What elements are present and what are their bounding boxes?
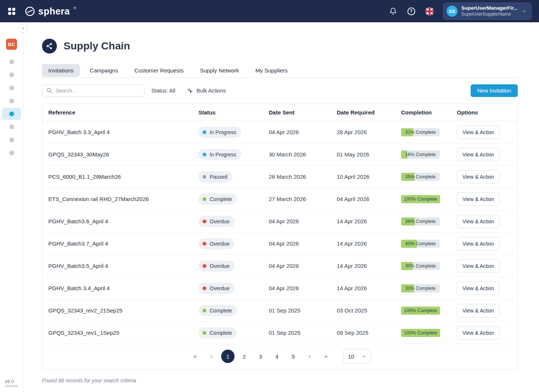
notifications-bell-icon[interactable] bbox=[388, 7, 397, 16]
status-badge: Complete bbox=[199, 327, 237, 338]
sidebar-nav-item[interactable] bbox=[2, 147, 21, 159]
completion-cell: 40% Complete bbox=[401, 240, 457, 248]
completion-progress-badge: 16% Complete bbox=[401, 150, 440, 159]
date-sent-cell: 28 March 2026 bbox=[269, 174, 337, 180]
tab-campaigns[interactable]: Campaigns bbox=[84, 64, 125, 77]
new-invitation-button[interactable]: New Invitation bbox=[471, 84, 518, 97]
view-action-button[interactable]: View & Action bbox=[457, 148, 500, 161]
page-number-button[interactable]: 3 bbox=[254, 350, 267, 363]
status-badge: In Progress bbox=[199, 127, 241, 138]
view-action-button[interactable]: View & Action bbox=[457, 170, 500, 184]
view-action-button[interactable]: View & Action bbox=[457, 215, 500, 228]
date-required-cell: 14 Apr 2026 bbox=[337, 285, 401, 291]
nav-dot-icon bbox=[9, 111, 14, 116]
help-icon[interactable]: ? bbox=[407, 7, 416, 16]
completion-progress-badge: 33% Complete bbox=[401, 284, 440, 292]
pagination: « ‹ 12345 › » 10 bbox=[42, 344, 517, 370]
view-action-button[interactable]: View & Action bbox=[457, 326, 500, 340]
sidebar-nav-item[interactable] bbox=[2, 95, 21, 107]
company-avatar[interactable]: BC bbox=[6, 39, 17, 50]
page-number-button[interactable]: 5 bbox=[287, 350, 300, 363]
status-cell: Overdue bbox=[199, 260, 269, 272]
status-dot-icon bbox=[203, 175, 206, 179]
table-row: ETS_Connexion rail RHD_27March2026 Compl… bbox=[42, 188, 517, 210]
sidebar-nav-item[interactable] bbox=[2, 108, 21, 120]
view-action-button[interactable]: View & Action bbox=[457, 282, 500, 295]
chevron-down-icon bbox=[522, 9, 527, 14]
sidebar-nav-item[interactable] bbox=[2, 82, 21, 94]
search-input[interactable] bbox=[42, 84, 145, 97]
last-page-button[interactable]: » bbox=[319, 350, 333, 363]
status-cell: Complete bbox=[199, 194, 269, 205]
table-row: PCS_6000_B1.1_28March26 Paused 28 March … bbox=[42, 166, 517, 188]
sidebar-nav-item[interactable] bbox=[2, 69, 21, 81]
status-filter[interactable]: Status: All bbox=[151, 88, 175, 94]
view-action-button[interactable]: View & Action bbox=[457, 304, 500, 317]
column-header-reference: Reference bbox=[48, 109, 199, 116]
date-required-cell: 10 April 2026 bbox=[337, 174, 401, 180]
view-action-button[interactable]: View & Action bbox=[457, 192, 500, 206]
first-page-button[interactable]: « bbox=[188, 350, 202, 363]
tab-my-suppliers[interactable]: My Suppliers bbox=[249, 64, 294, 77]
reference-cell: GPQS_32343_30May26 bbox=[48, 151, 199, 158]
nav-dot-icon bbox=[9, 124, 14, 129]
nav-dot-icon bbox=[9, 59, 14, 64]
completion-progress-badge: 40% Complete bbox=[401, 240, 440, 248]
page-number-button[interactable]: 4 bbox=[270, 350, 284, 363]
user-menu[interactable]: SS SuperUserManagerFir... SuperUserSuppl… bbox=[443, 3, 532, 20]
sidebar-nav-item[interactable] bbox=[2, 56, 21, 68]
completion-cell: 100% Complete bbox=[401, 307, 457, 315]
page-number-button[interactable]: 1 bbox=[221, 350, 235, 363]
nav-dot-icon bbox=[9, 150, 14, 155]
prev-page-button[interactable]: ‹ bbox=[205, 350, 218, 363]
completion-cell: 31% Complete bbox=[401, 128, 457, 136]
date-required-cell: 14 Apr 2026 bbox=[337, 240, 401, 247]
table-row: PGHV_Batch3.6_April 4 Overdue 04 Apr 202… bbox=[42, 210, 517, 233]
completion-cell: 36% Complete bbox=[401, 217, 457, 226]
language-flag-icon[interactable] bbox=[425, 7, 434, 16]
tab-supply-network[interactable]: Supply Network bbox=[194, 64, 245, 77]
completion-cell: 100% Complete bbox=[401, 329, 457, 337]
next-page-button[interactable]: › bbox=[303, 350, 316, 363]
status-cell: Overdue bbox=[199, 216, 269, 227]
status-label: In Progress bbox=[210, 129, 236, 135]
bulk-actions-button[interactable]: Bulk Actions bbox=[187, 88, 226, 94]
column-header-date-required: Date Required bbox=[337, 109, 401, 116]
date-sent-cell: 27 March 2026 bbox=[269, 196, 337, 202]
page-size-select[interactable]: 10 bbox=[343, 349, 371, 364]
page-title: Supply Chain bbox=[64, 40, 130, 52]
tab-customer-requests[interactable]: Customer Requests bbox=[128, 64, 190, 77]
date-required-cell: 14 Apr 2026 bbox=[337, 218, 401, 224]
tab-invitations[interactable]: Invitations bbox=[42, 64, 80, 77]
brand-trademark: ® bbox=[74, 6, 76, 10]
sidebar-expand-button[interactable]: » bbox=[19, 24, 28, 33]
view-action-button[interactable]: View & Action bbox=[457, 259, 500, 273]
status-label: Paused bbox=[210, 174, 227, 180]
sidebar-nav-item[interactable] bbox=[2, 134, 21, 146]
page-number-button[interactable]: 2 bbox=[238, 350, 251, 363]
sidebar-nav-item[interactable] bbox=[2, 121, 21, 133]
column-header-date-sent: Date Sent bbox=[269, 109, 337, 116]
status-label: Complete bbox=[210, 196, 232, 202]
user-avatar: SS bbox=[446, 6, 458, 17]
status-dot-icon bbox=[203, 286, 206, 290]
status-badge: Complete bbox=[199, 194, 237, 205]
table-row: PGHV_Batch 3.4_April 4 Overdue 04 Apr 20… bbox=[42, 277, 517, 299]
reference-cell: PGHV_Batch3.5_April 4 bbox=[48, 263, 199, 269]
column-header-status: Status bbox=[199, 109, 269, 116]
status-dot-icon bbox=[203, 242, 206, 246]
topbar: sphera® ? SS SuperUserManagerFir... Supe… bbox=[0, 0, 539, 22]
view-action-button[interactable]: View & Action bbox=[457, 126, 500, 139]
sphera-mark-icon bbox=[25, 6, 35, 16]
table-row: GPQS_32343_30May26 In Progress 30 March … bbox=[42, 143, 517, 166]
status-badge: Overdue bbox=[199, 238, 235, 249]
completion-progress-badge: 36% Complete bbox=[401, 217, 440, 226]
app-grid-icon[interactable] bbox=[8, 8, 15, 15]
table-body: PGHV_Batch 3.3_April 4 In Progress 04 Ap… bbox=[42, 121, 517, 344]
user-name: SuperUserManagerFir... bbox=[461, 5, 518, 12]
table-header: Reference Status Date Sent Date Required… bbox=[42, 104, 517, 121]
view-action-button[interactable]: View & Action bbox=[457, 237, 500, 250]
status-cell: In Progress bbox=[199, 127, 269, 138]
page-number-list: 12345 bbox=[221, 350, 300, 363]
date-required-cell: 28 Apr 2026 bbox=[337, 129, 401, 135]
